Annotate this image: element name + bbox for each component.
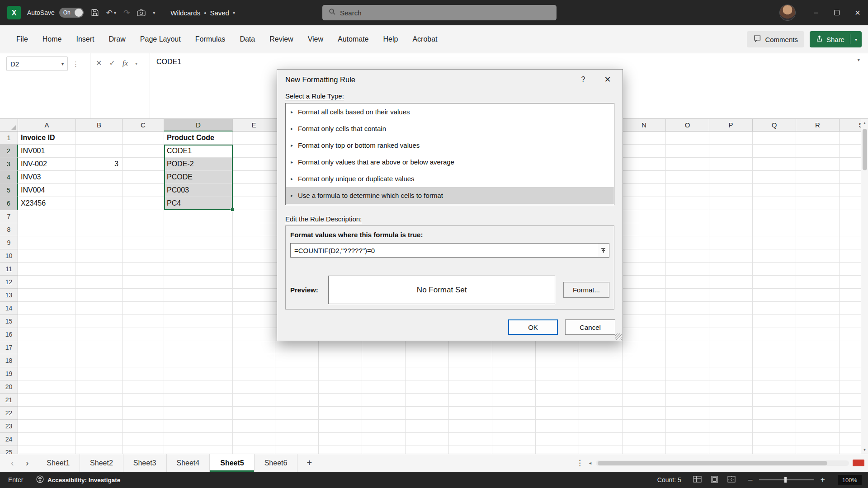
cell-P7[interactable]: [709, 210, 753, 223]
cell-I24[interactable]: [406, 433, 449, 446]
vertical-scroll-thumb[interactable]: [863, 129, 867, 170]
ribbon-tab-draw[interactable]: Draw: [101, 25, 132, 53]
cell-D1[interactable]: Product Code: [164, 131, 233, 145]
cell-D7[interactable]: [164, 210, 233, 223]
cell-C20[interactable]: [123, 380, 164, 394]
share-button[interactable]: Share ▾: [810, 31, 862, 47]
cell-S25[interactable]: [840, 446, 861, 454]
cell-M25[interactable]: [579, 446, 623, 454]
cell-O3[interactable]: [666, 158, 709, 171]
cell-L19[interactable]: [536, 367, 579, 380]
zoom-slider-knob[interactable]: [784, 477, 787, 483]
cell-Q25[interactable]: [753, 446, 796, 454]
cell-E22[interactable]: [233, 407, 275, 420]
cell-R10[interactable]: [796, 249, 840, 263]
cancel-entry-icon[interactable]: ✕: [96, 59, 102, 67]
row-header-16[interactable]: 16: [0, 328, 18, 341]
cell-B13[interactable]: [76, 289, 123, 302]
cell-O6[interactable]: [666, 197, 709, 210]
cell-E10[interactable]: [233, 249, 275, 263]
cell-R14[interactable]: [796, 302, 840, 315]
cell-D11[interactable]: [164, 263, 233, 276]
cell-D10[interactable]: [164, 249, 233, 263]
cell-Q10[interactable]: [753, 249, 796, 263]
cell-S23[interactable]: [840, 420, 861, 433]
row-header-11[interactable]: 11: [0, 263, 18, 276]
rule-type-option-4[interactable]: ►Format only unique or duplicate values: [286, 170, 614, 187]
row-header-14[interactable]: 14: [0, 302, 18, 315]
sheet-nav-right-icon[interactable]: ›: [26, 458, 29, 468]
cell-O8[interactable]: [666, 223, 709, 236]
row-header-23[interactable]: 23: [0, 420, 18, 433]
cell-E18[interactable]: [233, 354, 275, 367]
cell-E8[interactable]: [233, 223, 275, 236]
cell-B17[interactable]: [76, 341, 123, 354]
cell-B15[interactable]: [76, 315, 123, 328]
cell-D6[interactable]: PC4: [164, 197, 233, 210]
rule-type-option-3[interactable]: ►Format only values that are above or be…: [286, 154, 614, 170]
cell-Q1[interactable]: [753, 131, 796, 145]
cell-P11[interactable]: [709, 263, 753, 276]
cell-P8[interactable]: [709, 223, 753, 236]
cell-R22[interactable]: [796, 407, 840, 420]
row-header-24[interactable]: 24: [0, 433, 18, 446]
cell-L24[interactable]: [536, 433, 579, 446]
cell-K18[interactable]: [492, 354, 536, 367]
cell-C18[interactable]: [123, 354, 164, 367]
cell-B3[interactable]: 3: [76, 158, 123, 171]
undo-button[interactable]: ↶ ▾: [106, 8, 116, 18]
cell-D23[interactable]: [164, 420, 233, 433]
cell-R4[interactable]: [796, 171, 840, 184]
cell-N7[interactable]: [623, 210, 666, 223]
cell-L25[interactable]: [536, 446, 579, 454]
cell-D16[interactable]: [164, 328, 233, 341]
cell-E12[interactable]: [233, 276, 275, 289]
cell-R1[interactable]: [796, 131, 840, 145]
cell-B2[interactable]: [76, 145, 123, 158]
search-input[interactable]: Search: [322, 5, 557, 20]
cell-A21[interactable]: [18, 394, 76, 407]
cell-S4[interactable]: [840, 171, 861, 184]
cell-O23[interactable]: [666, 420, 709, 433]
cell-S1[interactable]: [840, 131, 861, 145]
cell-R18[interactable]: [796, 354, 840, 367]
cell-O16[interactable]: [666, 328, 709, 341]
cell-C14[interactable]: [123, 302, 164, 315]
cell-G23[interactable]: [319, 420, 362, 433]
cell-A3[interactable]: INV-002: [18, 158, 76, 171]
cell-I19[interactable]: [406, 367, 449, 380]
cell-E1[interactable]: [233, 131, 275, 145]
normal-view-icon[interactable]: [693, 476, 702, 484]
formula-bar-collapse-icon[interactable]: ▾: [857, 57, 860, 63]
ribbon-tab-formulas[interactable]: Formulas: [188, 25, 233, 53]
cell-Q2[interactable]: [753, 145, 796, 158]
ribbon-tab-page-layout[interactable]: Page Layout: [133, 25, 188, 53]
cell-Q17[interactable]: [753, 341, 796, 354]
cell-O7[interactable]: [666, 210, 709, 223]
cell-A22[interactable]: [18, 407, 76, 420]
cell-Q13[interactable]: [753, 289, 796, 302]
cell-I18[interactable]: [406, 354, 449, 367]
accessibility-status[interactable]: Accessibility: Investigate: [36, 475, 120, 484]
cell-N22[interactable]: [623, 407, 666, 420]
cell-G25[interactable]: [319, 446, 362, 454]
cell-S2[interactable]: [840, 145, 861, 158]
cell-I20[interactable]: [406, 380, 449, 394]
cell-B19[interactable]: [76, 367, 123, 380]
column-header-E[interactable]: E: [233, 119, 275, 131]
cell-P15[interactable]: [709, 315, 753, 328]
zoom-slider[interactable]: [759, 479, 814, 480]
dialog-close-button[interactable]: ✕: [601, 75, 614, 84]
cell-E16[interactable]: [233, 328, 275, 341]
cell-J17[interactable]: [449, 341, 492, 354]
cell-G19[interactable]: [319, 367, 362, 380]
cell-O15[interactable]: [666, 315, 709, 328]
cell-F23[interactable]: [275, 420, 319, 433]
cell-E4[interactable]: [233, 171, 275, 184]
insert-function-button[interactable]: fx: [123, 59, 128, 68]
ribbon-tab-home[interactable]: Home: [35, 25, 69, 53]
cell-P22[interactable]: [709, 407, 753, 420]
cell-S18[interactable]: [840, 354, 861, 367]
ribbon-tab-data[interactable]: Data: [232, 25, 262, 53]
cell-C10[interactable]: [123, 249, 164, 263]
